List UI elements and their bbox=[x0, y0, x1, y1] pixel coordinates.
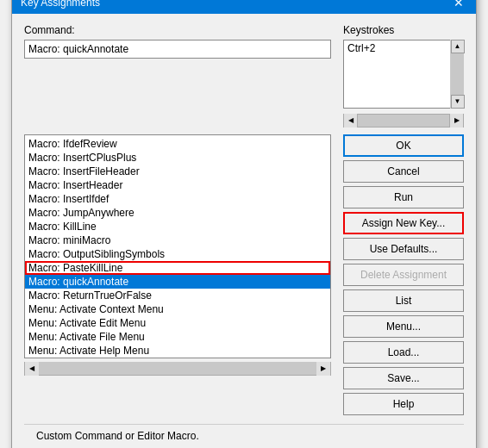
keystrokes-label: Keystrokes bbox=[343, 24, 464, 36]
hscroll-right-btn[interactable]: ▶ bbox=[449, 114, 463, 128]
scroll-track bbox=[451, 53, 464, 95]
scroll-up-btn[interactable]: ▲ bbox=[451, 40, 465, 53]
left-panel: Command: bbox=[24, 24, 331, 128]
middle-section: Macro: IfdefBogusMacro: IfdefNeverMacro:… bbox=[24, 134, 464, 415]
dialog-body: Command: Keystrokes Ctrl+2 ▲ ▼ bbox=[12, 14, 476, 449]
close-button[interactable]: ✕ bbox=[450, 0, 467, 9]
list-hscroll: ◀ ▶ bbox=[24, 362, 331, 376]
keystrokes-box: Ctrl+2 bbox=[343, 40, 464, 109]
list-item[interactable]: Macro: PasteKillLine bbox=[25, 261, 330, 275]
ok-button[interactable]: OK bbox=[343, 134, 464, 157]
load-button[interactable]: Load... bbox=[343, 341, 464, 364]
status-bar: Custom Command or Editor Macro. bbox=[24, 424, 464, 447]
menu-button[interactable]: Menu... bbox=[343, 315, 464, 338]
hscroll-left-btn[interactable]: ◀ bbox=[344, 114, 358, 128]
list-item[interactable]: Macro: InsertHeader bbox=[25, 178, 330, 192]
help-button[interactable]: Help bbox=[343, 393, 464, 415]
save-button[interactable]: Save... bbox=[343, 367, 464, 389]
assign-new-key-button[interactable]: Assign New Key... bbox=[343, 212, 464, 234]
list-item[interactable]: Menu: Activate File Menu bbox=[25, 330, 330, 344]
command-label: Command: bbox=[24, 24, 331, 36]
list-item[interactable]: Macro: quickAnnotate bbox=[25, 275, 330, 289]
keystrokes-panel: Keystrokes Ctrl+2 ▲ ▼ ◀ ▶ bbox=[343, 24, 464, 128]
list-item[interactable]: Menu: Activate Edit Menu bbox=[25, 316, 330, 330]
list-item[interactable]: Menu: Activate Context Menu bbox=[25, 302, 330, 316]
title-bar: Key Assignments ✕ bbox=[12, 0, 476, 14]
list-item[interactable]: Macro: JumpAnywhere bbox=[25, 206, 330, 220]
list-item[interactable]: Macro: ReturnTrueOrFalse bbox=[25, 289, 330, 302]
keystrokes-hscroll: ◀ ▶ bbox=[343, 114, 464, 128]
list-hscroll-right[interactable]: ▶ bbox=[316, 362, 330, 376]
cancel-button[interactable]: Cancel bbox=[343, 160, 464, 183]
command-input[interactable] bbox=[24, 40, 331, 59]
list-item[interactable]: Macro: InsertCPlusPlus bbox=[25, 151, 330, 165]
list-hscroll-track bbox=[39, 362, 316, 375]
list-item[interactable]: Menu: Activate Help Menu bbox=[25, 344, 330, 358]
list-item[interactable]: Macro: miniMacro bbox=[25, 233, 330, 247]
list-item[interactable]: Macro: OutputSiblingSymbols bbox=[25, 247, 330, 261]
delete-assignment-button[interactable]: Delete Assignment bbox=[343, 264, 464, 286]
key-assignments-dialog: Key Assignments ✕ Command: Keystrokes Ct… bbox=[11, 0, 477, 448]
use-defaults-button[interactable]: Use Defaults... bbox=[343, 238, 464, 260]
list-panel: Macro: IfdefBogusMacro: IfdefNeverMacro:… bbox=[24, 134, 331, 415]
run-button[interactable]: Run bbox=[343, 186, 464, 208]
list-item[interactable]: Macro: KillLine bbox=[25, 220, 330, 233]
keystrokes-scrollbar: ▲ ▼ bbox=[450, 40, 464, 109]
hscroll-track bbox=[358, 115, 449, 127]
list-hscroll-left[interactable]: ◀ bbox=[25, 362, 39, 376]
command-listbox[interactable]: Macro: IfdefBogusMacro: IfdefNeverMacro:… bbox=[24, 134, 331, 358]
list-button[interactable]: List bbox=[343, 289, 464, 312]
scroll-down-btn[interactable]: ▼ bbox=[451, 95, 465, 109]
status-text: Custom Command or Editor Macro. bbox=[36, 430, 199, 442]
top-section: Command: Keystrokes Ctrl+2 ▲ ▼ bbox=[24, 24, 464, 128]
keystrokes-value: Ctrl+2 bbox=[347, 42, 375, 54]
list-item[interactable]: Macro: InsertIfdef bbox=[25, 192, 330, 206]
list-item[interactable]: Macro: InsertFileHeader bbox=[25, 165, 330, 178]
list-item[interactable]: Macro: IfdefReview bbox=[25, 137, 330, 151]
dialog-title: Key Assignments bbox=[21, 0, 100, 9]
right-actions: OK Cancel Run Assign New Key... Use Defa… bbox=[343, 134, 464, 415]
